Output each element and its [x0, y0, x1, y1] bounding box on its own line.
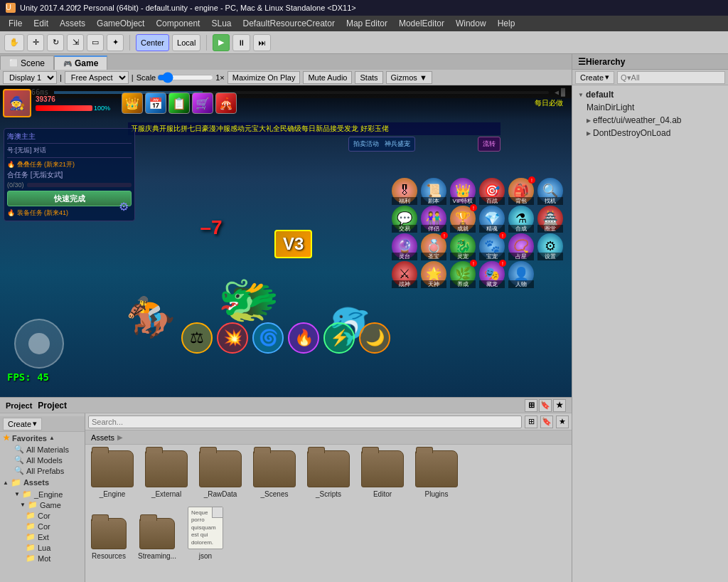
assets-section[interactable]: ▲ 📁 Assets [0, 476, 85, 489]
hierarchy-dontdestroy-item[interactable]: DontDestroyOnLoad [575, 127, 725, 139]
hierarchy-effect-item[interactable]: effect/ui/weather_04.ab [575, 114, 725, 127]
menu-file[interactable]: File [3, 17, 28, 30]
hand-tool-button[interactable]: ✋ [4, 34, 24, 51]
grid-icon-treasure[interactable]: 💍圣宝! [421, 233, 446, 259]
grid-icon-raise[interactable]: 🌿养成! [450, 261, 476, 287]
gizmos-button[interactable]: Gizmos ▼ [386, 71, 432, 84]
stats-button[interactable]: Stats [355, 71, 382, 84]
skill-6[interactable]: 🌙 [359, 322, 390, 354]
plugins-folder[interactable]: Plugins [415, 450, 458, 498]
game-tab[interactable]: 🎮 Game [54, 55, 107, 70]
rotate-tool-button[interactable]: ↻ [47, 34, 64, 51]
scale-slider[interactable] [157, 74, 214, 81]
display-select[interactable]: Display 1 [3, 71, 57, 84]
streaming-folder[interactable]: Streaming... [138, 518, 176, 560]
skill-4[interactable]: 🔥 [288, 322, 319, 354]
pause-button[interactable]: ⏸ [232, 34, 250, 51]
lua-tree-item[interactable]: 📁 Lua [0, 542, 85, 553]
hierarchy-maindir-item[interactable]: MainDirLight [575, 101, 725, 114]
engine-folder[interactable]: _Engine [91, 450, 134, 498]
external-folder[interactable]: _External [145, 450, 188, 498]
menu-gameobject[interactable]: GameObject [91, 17, 150, 30]
search-filter-icon[interactable]: 🔖 [540, 416, 553, 428]
search-star-icon[interactable]: ★ [556, 416, 569, 428]
menu-defaultresource[interactable]: DefaultResourceCreator [237, 17, 340, 30]
grid-icon-achieve[interactable]: 🏆成就! [450, 206, 476, 231]
menu-assets[interactable]: Assets [54, 17, 91, 30]
project-filter-icon[interactable]: 🔖 [539, 399, 552, 412]
grid-icon-wargod[interactable]: ⚔战神 [392, 261, 417, 287]
local-button[interactable]: Local [172, 34, 200, 51]
mute-audio-button[interactable]: Mute Audio [303, 71, 352, 84]
rawdata-folder[interactable]: _RawData [199, 450, 242, 498]
editor-folder[interactable]: Editor [361, 450, 404, 498]
resources-folder[interactable]: Resources [91, 518, 127, 560]
menu-edit[interactable]: Edit [28, 17, 54, 30]
project-create-button[interactable]: Create ▾ [3, 418, 42, 430]
json-file[interactable]: Neque porro quisquam est qui dolorem. js… [188, 507, 223, 560]
skill-2[interactable]: 💥 [217, 322, 248, 354]
grid-icon-hide[interactable]: 🎭藏龙! [479, 261, 505, 287]
grid-icon-pet[interactable]: 🐉灵宠 [450, 233, 476, 259]
scripts-folder[interactable]: _Scripts [307, 450, 350, 498]
grid-icon-couple[interactable]: 👫伴侣 [421, 206, 446, 231]
grid-icon-astro[interactable]: 📿占星 [508, 233, 534, 259]
menu-slua[interactable]: SLua [205, 17, 237, 30]
transform-tool-button[interactable]: ✦ [107, 34, 124, 51]
scenes-folder[interactable]: _Scenes [253, 450, 296, 498]
grid-icon-altar[interactable]: 🔮灵台 [392, 233, 417, 259]
skill-3[interactable]: 🌀 [252, 322, 284, 354]
menu-mapeditor[interactable]: Map Editor [341, 17, 393, 30]
grid-icon-petsm[interactable]: 🐾宝宠! [479, 233, 505, 259]
all-prefabs-item[interactable]: 🔍 All Prefabs [0, 465, 85, 476]
grid-icon-trade[interactable]: 💬交易 [392, 206, 417, 231]
cor1-tree-item[interactable]: 📁 Cor [0, 510, 85, 521]
scene-tab[interactable]: ⬜ Scene [0, 55, 54, 70]
grid-icon-0[interactable]: 🎖福利 [392, 178, 417, 203]
center-button[interactable]: Center [136, 34, 169, 51]
maximize-on-play-button[interactable]: Maximize On Play [228, 71, 301, 84]
menu-component[interactable]: Component [150, 17, 205, 30]
skill-1[interactable]: ⚖ [181, 322, 213, 354]
skill-5[interactable]: ⚡ [323, 322, 355, 354]
joystick[interactable] [14, 319, 64, 369]
move-tool-button[interactable]: ✛ [27, 34, 44, 51]
hierarchy-default-item[interactable]: default [575, 88, 725, 101]
favorites-section[interactable]: ★ Favorites ▲ [0, 432, 85, 444]
grid-icon-compose[interactable]: ⚗合成 [508, 206, 534, 231]
menu-window[interactable]: Window [450, 17, 492, 30]
menu-help[interactable]: Help [492, 17, 521, 30]
grid-icon-3[interactable]: 🎯百战 [479, 178, 505, 203]
hierarchy-search-input[interactable] [617, 71, 725, 84]
project-star-icon[interactable]: ★ [553, 399, 566, 412]
game-tree-item[interactable]: ▼ 📁 Game [0, 499, 85, 510]
grid-icon-2[interactable]: 👑VIP特权 [450, 178, 476, 203]
step-button[interactable]: ⏭ [253, 34, 271, 51]
grid-icon-1[interactable]: 📜剧本 [421, 178, 446, 203]
grid-icon-char[interactable]: 👤人物 [508, 261, 534, 287]
scale-tool-button[interactable]: ⇲ [67, 34, 84, 51]
cor2-tree-item[interactable]: 📁 Cor [0, 521, 85, 531]
grid-icon-bag[interactable]: 🎒背包! [508, 178, 534, 203]
grid-icon-soul[interactable]: 💎精魂 [479, 206, 505, 231]
mot-tree-item[interactable]: 📁 Mot [0, 553, 85, 564]
all-models-item[interactable]: 🔍 All Models [0, 455, 85, 465]
rect-tool-button[interactable]: ▭ [87, 34, 104, 51]
all-materials-item[interactable]: 🔍 All Materials [0, 444, 85, 455]
ext-tree-item[interactable]: 📁 Ext [0, 531, 85, 542]
game-view[interactable]: 🧙 39376 100% 👑 📅 � [0, 85, 572, 397]
project-search-input[interactable] [88, 416, 522, 428]
grid-icon-ring[interactable]: 🏯圈堂 [537, 206, 563, 231]
engine-tree-item[interactable]: ▼ 📁 _Engine [0, 489, 85, 499]
quick-complete-button[interactable]: 快速完成 [7, 191, 132, 206]
grid-icon-settings[interactable]: ⚙设置 [537, 233, 563, 259]
menu-modeleditor[interactable]: ModelEditor [393, 17, 450, 30]
play-button[interactable]: ▶ [213, 34, 230, 51]
search-mode-icon[interactable]: ⊞ [525, 416, 537, 428]
grid-icon-heaven[interactable]: 🌟天神 [421, 261, 446, 287]
breadcrumb-assets[interactable]: Assets [91, 433, 114, 442]
hierarchy-create-button[interactable]: Create ▾ [575, 71, 614, 84]
project-layout-icon[interactable]: ⊞ [525, 399, 537, 412]
grid-icon-find[interactable]: 🔍找机 [537, 178, 563, 203]
aspect-select[interactable]: Free Aspect [65, 71, 129, 84]
